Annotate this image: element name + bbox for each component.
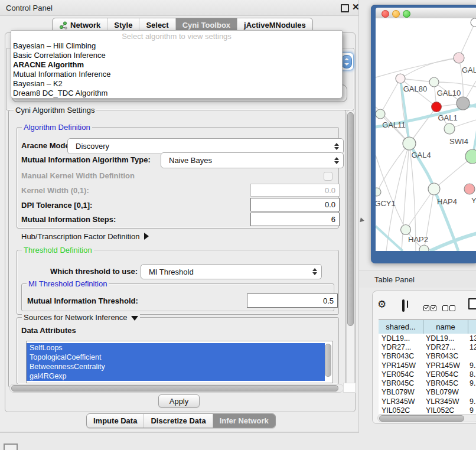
network-window-titlebar[interactable] xyxy=(376,8,476,19)
dpi-tolerance-label: DPI Tolerance [0,1]: xyxy=(21,201,92,210)
node-gcy1[interactable] xyxy=(376,188,381,196)
column-header-name[interactable]: name xyxy=(423,320,468,334)
node-label: GAL80 xyxy=(403,84,427,93)
table-row[interactable]: YPR145WYPR145W9. xyxy=(379,361,476,370)
dropdown-item[interactable]: Basic Correlation Inference xyxy=(11,51,342,60)
minimize-traffic-light[interactable] xyxy=(392,10,400,18)
node-gal11[interactable] xyxy=(376,109,385,119)
close-traffic-light[interactable] xyxy=(382,10,389,18)
table-row[interactable]: YBR045CYBR045C9. xyxy=(379,379,476,387)
table-horizontal-scrollbar[interactable] xyxy=(377,414,476,422)
field-value: 0.0 xyxy=(325,186,335,195)
table-row[interactable]: YBL079WYBL079W xyxy=(379,388,476,397)
list-item[interactable]: BetweennessCentrality xyxy=(27,362,325,371)
node[interactable] xyxy=(457,97,470,110)
settings-vertical-scrollbar[interactable] xyxy=(346,110,355,387)
scrollbar-thumb[interactable] xyxy=(347,112,354,326)
node-hap4[interactable] xyxy=(428,183,440,195)
control-panel-title: Control Panel xyxy=(6,4,53,12)
hub-definition-toggle[interactable]: Hub/Transcription Factor Definition xyxy=(21,232,149,241)
node[interactable] xyxy=(419,245,429,251)
tab-discretize-data[interactable]: Discretize Data xyxy=(144,414,212,428)
node-hap2[interactable] xyxy=(401,225,411,235)
node-gal10[interactable] xyxy=(429,77,439,87)
gear-icon[interactable]: ⚙ xyxy=(377,299,386,309)
kernel-width-field[interactable]: 0.0 xyxy=(250,184,340,197)
network-canvas[interactable]: GAL GAL80 GAL10 GAL1 GAL11 SWI4 GAL4 GCY… xyxy=(376,18,476,251)
dropdown-item[interactable]: Bayesian – Hill Climbing xyxy=(11,41,342,51)
combo-stepper[interactable] xyxy=(341,55,352,69)
table-row[interactable]: YDR27...YDR27...12 xyxy=(379,343,476,351)
node-labels: GAL GAL80 GAL10 GAL1 GAL11 SWI4 GAL4 GCY… xyxy=(376,66,476,244)
list-item[interactable]: gal4RGexp xyxy=(27,371,325,381)
table-header: shared... name xyxy=(379,319,476,334)
aracne-mode-combobox[interactable]: Discovery xyxy=(67,138,344,154)
dropdown-item[interactable]: Dream8 DC_TDC Algorithm xyxy=(11,89,342,98)
table-row[interactable]: YIL052CYIL052C9 xyxy=(379,406,476,414)
field-value: 6 xyxy=(331,215,335,224)
node[interactable] xyxy=(465,149,476,164)
zoom-traffic-light[interactable] xyxy=(403,10,410,18)
mi-threshold-field[interactable]: 0.5 xyxy=(247,294,338,308)
combo-value: Discovery xyxy=(76,142,109,151)
close-icon[interactable]: ✕ xyxy=(352,2,360,12)
select-all-icon[interactable] xyxy=(423,303,436,314)
table-row[interactable]: YER054CYER054C8. xyxy=(379,370,476,379)
page-icon[interactable] xyxy=(468,298,476,309)
sources-title[interactable]: Sources for Network Inference xyxy=(22,313,140,322)
list-item[interactable]: TopologicalCoefficient xyxy=(27,353,325,362)
split-columns-icon[interactable] xyxy=(402,299,405,312)
mi-algorithm-type-combobox[interactable]: Naive Bayes xyxy=(161,152,344,168)
settings-horizontal-scrollbar[interactable] xyxy=(9,384,344,393)
list-item[interactable]: SelfLoops xyxy=(27,343,325,353)
stepper-arrows-icon xyxy=(334,142,339,151)
dpi-tolerance-field[interactable]: 0.0 xyxy=(250,198,340,211)
manual-kernel-width-checkbox[interactable] xyxy=(324,172,332,181)
field-value: 0.0 xyxy=(325,200,335,209)
tab-infer-network[interactable]: Infer Network xyxy=(213,414,275,428)
scrollbar-thumb[interactable] xyxy=(11,385,338,392)
settings-group-title: Cyni Algorithm Settings xyxy=(14,106,96,115)
table-row[interactable]: YLR345WYLR345W9. xyxy=(379,397,476,406)
node-swi4[interactable] xyxy=(444,123,455,134)
combo-value: MI Threshold xyxy=(149,268,194,276)
dropdown-item[interactable]: Bayesian – K2 xyxy=(11,79,342,89)
clear-selection-icon[interactable] xyxy=(442,303,455,314)
dock-icon[interactable] xyxy=(4,444,18,450)
apply-button[interactable]: Apply xyxy=(158,394,200,407)
dropdown-item[interactable]: Mutual Information Inference xyxy=(11,70,342,79)
stepper-arrows-icon xyxy=(312,268,317,276)
node-label: GCY1 xyxy=(376,199,396,208)
dropdown-item-selected[interactable]: ARACNE Algorithm xyxy=(11,60,342,70)
control-panel-titlebar: Control Panel xyxy=(0,0,358,16)
node[interactable] xyxy=(454,53,464,63)
node[interactable] xyxy=(471,18,476,27)
network-nodes[interactable] xyxy=(376,18,476,251)
table-panel-titlebar: Table Panel xyxy=(359,270,476,288)
network-icon xyxy=(59,21,67,30)
field-value: 0.5 xyxy=(323,296,334,305)
column-header-shared-name[interactable]: shared... xyxy=(379,320,423,334)
mi-algorithm-type-label: Mutual Information Algorithm Type: xyxy=(21,155,151,164)
cursor-artifact xyxy=(360,217,365,223)
column-header-clipped[interactable] xyxy=(468,320,476,334)
threshold-definition-title: Threshold Definition xyxy=(22,246,94,255)
mi-steps-field[interactable]: 6 xyxy=(250,213,340,226)
table-panel: ⚙ shared... name YDL19...YDL19...13 YDR2… xyxy=(372,291,476,424)
node-gal1[interactable] xyxy=(432,102,442,112)
node-gal80[interactable] xyxy=(396,74,405,83)
scrollbar-thumb[interactable] xyxy=(379,415,464,422)
table-row[interactable]: YBR043CYBR043C xyxy=(379,352,476,361)
collapse-down-icon xyxy=(131,316,138,321)
stepper-arrows-icon xyxy=(344,58,349,66)
float-window-icon[interactable] xyxy=(341,4,349,12)
algorithm-dropdown-popup: Select algorithm to view settings Bayesi… xyxy=(11,30,343,99)
table-panel-title: Table Panel xyxy=(374,275,415,284)
table-row[interactable]: YDL19...YDL19...13 xyxy=(379,334,476,343)
node[interactable] xyxy=(464,184,475,194)
node-gal4[interactable] xyxy=(403,137,416,150)
data-attributes-list[interactable]: SelfLoops TopologicalCoefficient Between… xyxy=(26,341,333,383)
which-threshold-combobox[interactable]: MI Threshold xyxy=(141,264,322,279)
tab-impute-data[interactable]: Impute Data xyxy=(87,414,144,428)
list-scrollbar-thumb[interactable] xyxy=(325,344,331,377)
